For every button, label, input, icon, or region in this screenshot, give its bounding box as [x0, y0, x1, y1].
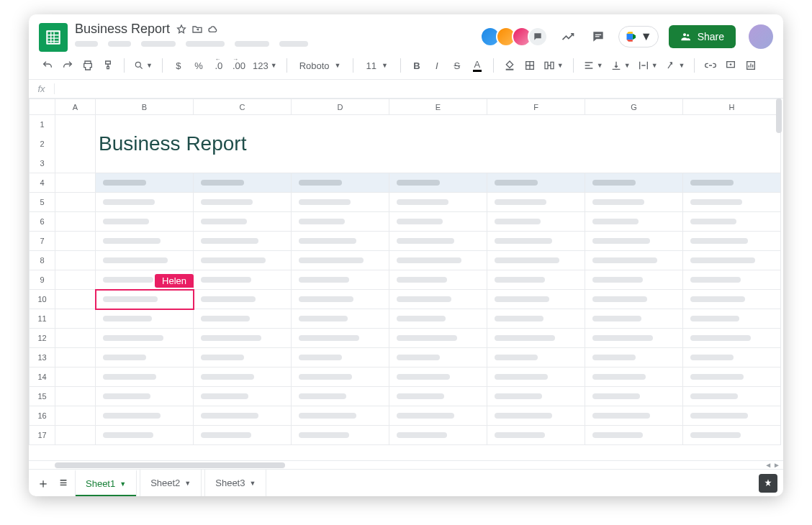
row-header[interactable]: 3	[30, 154, 55, 173]
chevron-down-icon[interactable]: ▼	[119, 480, 126, 488]
row-header[interactable]: 5	[30, 193, 55, 212]
col-header[interactable]: B	[96, 99, 194, 115]
row-header[interactable]: 12	[30, 329, 55, 348]
chevron-down-icon: ▼	[641, 30, 652, 43]
sheet-title-cell[interactable]: Business Report	[96, 115, 781, 173]
font-size-dropdown[interactable]: 11▼	[361, 56, 392, 75]
col-header[interactable]: D	[292, 99, 389, 115]
number-format-button[interactable]: 123▼	[251, 56, 279, 75]
undo-button[interactable]	[39, 56, 56, 75]
menu-item[interactable]	[279, 41, 308, 47]
decrease-decimal-button[interactable]: .0←	[210, 56, 227, 75]
meet-button[interactable]: ▼	[618, 26, 659, 47]
scroll-left-icon[interactable]: ◄	[764, 461, 772, 469]
title-bar: Business Report	[29, 14, 783, 52]
row-header[interactable]: 7	[30, 232, 55, 251]
borders-button[interactable]	[521, 56, 538, 75]
percent-button[interactable]: %	[190, 56, 207, 75]
horizontal-scroll-area: ◄►	[29, 460, 783, 469]
fill-color-button[interactable]	[501, 56, 518, 75]
horizontal-scrollbar[interactable]	[55, 462, 285, 468]
add-sheet-button[interactable]: ＋	[35, 474, 52, 493]
sheets-icon	[44, 28, 63, 47]
toolbar: ▼ $ % .0← .00→ 123▼ Roboto▼ 11▼ B I S A …	[29, 52, 783, 80]
spreadsheet-grid[interactable]: A B C D E F G H 1Business Report 2 3 4 5…	[29, 99, 783, 460]
row-header[interactable]: 6	[30, 212, 55, 232]
row-header[interactable]: 15	[30, 387, 55, 406]
text-color-button[interactable]: A	[469, 56, 486, 75]
collaborator-cursor-cell[interactable]: Helen	[96, 290, 194, 309]
svg-point-4	[683, 33, 686, 36]
sheet-tab-label: Sheet1	[86, 478, 115, 489]
menu-item[interactable]	[186, 41, 225, 47]
all-sheets-button[interactable]: ≡	[55, 474, 72, 493]
col-header[interactable]: G	[585, 99, 683, 115]
row-header[interactable]: 11	[30, 309, 55, 329]
menu-item[interactable]	[108, 41, 131, 47]
row-header[interactable]: 14	[30, 368, 55, 387]
row-header[interactable]: 10	[30, 290, 55, 309]
share-button[interactable]: Share	[669, 25, 736, 48]
text-rotation-button[interactable]: ▼	[663, 56, 687, 75]
sheet-tab[interactable]: Sheet3▼	[204, 470, 266, 496]
row-header[interactable]: 8	[30, 251, 55, 270]
chat-icon[interactable]	[528, 27, 548, 47]
col-header[interactable]: F	[487, 99, 585, 115]
sheets-logo[interactable]	[39, 23, 68, 52]
collaborator-avatars[interactable]	[480, 27, 548, 47]
sheet-tab-label: Sheet3	[215, 478, 245, 488]
row-header[interactable]: 9	[30, 270, 55, 290]
chevron-down-icon[interactable]: ▼	[249, 480, 256, 487]
fx-label: fx	[29, 83, 55, 94]
menu-item[interactable]	[141, 41, 176, 47]
star-icon[interactable]	[176, 24, 187, 35]
col-header[interactable]: E	[389, 99, 487, 115]
sheet-tab-label: Sheet2	[150, 478, 180, 488]
merge-cells-button[interactable]: ▼	[541, 56, 566, 75]
insert-chart-button[interactable]	[742, 56, 759, 75]
row-header[interactable]: 2	[30, 134, 55, 154]
document-title[interactable]: Business Report	[75, 22, 170, 37]
col-header[interactable]: H	[683, 99, 781, 115]
increase-decimal-button[interactable]: .00→	[230, 56, 248, 75]
zoom-button[interactable]: ▼	[132, 56, 155, 75]
menu-item[interactable]	[235, 41, 269, 47]
cloud-status-icon[interactable]	[207, 24, 219, 35]
col-header[interactable]: C	[194, 99, 292, 115]
row-header[interactable]: 4	[30, 173, 55, 193]
insert-comment-button[interactable]	[722, 56, 739, 75]
insert-link-button[interactable]	[702, 56, 719, 75]
row-header[interactable]: 16	[30, 406, 55, 426]
redo-button[interactable]	[59, 56, 76, 75]
row-header[interactable]: 17	[30, 426, 55, 445]
account-avatar[interactable]	[749, 24, 773, 49]
vertical-align-button[interactable]: ▼	[608, 56, 633, 75]
collaborator-tag: Helen	[155, 274, 194, 288]
comments-icon[interactable]	[588, 27, 608, 47]
row-header[interactable]: 1	[30, 115, 55, 134]
menu-bar[interactable]	[75, 41, 473, 47]
svg-point-6	[135, 62, 140, 67]
move-to-folder-icon[interactable]	[191, 24, 203, 35]
print-button[interactable]	[79, 56, 96, 75]
svg-rect-2	[595, 35, 601, 35]
menu-item[interactable]	[75, 41, 98, 47]
font-family-dropdown[interactable]: Roboto▼	[294, 56, 346, 75]
paint-format-button[interactable]	[99, 56, 117, 75]
bold-button[interactable]: B	[408, 56, 425, 75]
currency-button[interactable]: $	[170, 56, 187, 75]
horizontal-align-button[interactable]: ▼	[581, 56, 605, 75]
app-window: Business Report	[29, 14, 783, 496]
scroll-right-icon[interactable]: ►	[773, 461, 780, 469]
strikethrough-button[interactable]: S	[448, 56, 466, 75]
italic-button[interactable]: I	[428, 56, 446, 75]
column-headers[interactable]: A B C D E F G H	[30, 99, 781, 115]
col-header[interactable]: A	[55, 99, 96, 115]
sheet-tab[interactable]: Sheet2▼	[140, 470, 202, 496]
explore-button[interactable]	[759, 474, 777, 493]
version-history-icon[interactable]	[558, 27, 578, 47]
row-header[interactable]: 13	[30, 348, 55, 368]
chevron-down-icon[interactable]: ▼	[184, 480, 191, 487]
sheet-tab[interactable]: Sheet1▼	[75, 470, 137, 496]
text-wrap-button[interactable]: ▼	[636, 56, 660, 75]
